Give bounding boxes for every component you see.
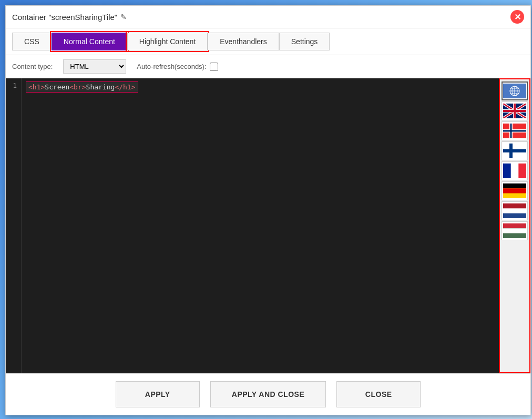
- code-line-1: <h1>Screen<br>Sharing</h1>: [26, 81, 138, 93]
- svg-rect-23: [503, 149, 526, 152]
- lang-btn-gb[interactable]: [502, 101, 528, 120]
- auto-refresh-checkbox[interactable]: [210, 63, 218, 71]
- lang-btn-nl[interactable]: [502, 201, 528, 220]
- content-type-bar: Content type: HTML Text Markdown Auto-re…: [6, 55, 530, 78]
- close-dialog-button[interactable]: ✕: [510, 10, 524, 24]
- lang-btn-fr[interactable]: [502, 161, 528, 180]
- footer-bar: APPLY APPLY AND CLOSE CLOSE: [6, 373, 530, 415]
- svg-rect-35: [503, 228, 526, 233]
- svg-rect-25: [503, 163, 511, 178]
- edit-icon[interactable]: ✎: [120, 13, 127, 21]
- tab-settings[interactable]: Settings: [279, 33, 330, 50]
- svg-rect-32: [503, 213, 526, 218]
- svg-rect-29: [503, 188, 526, 193]
- apply-button[interactable]: APPLY: [116, 381, 200, 407]
- svg-rect-20: [503, 130, 526, 132]
- apply-and-close-button[interactable]: APPLY AND CLOSE: [210, 381, 326, 407]
- lang-btn-hu[interactable]: [502, 221, 528, 240]
- lang-btn-fi[interactable]: [502, 141, 528, 160]
- code-tag-br: <br>: [69, 83, 86, 91]
- dialog-container: Container "screenSharingTile" ✎ ✕ CSS No…: [5, 5, 531, 415]
- tab-normal-content[interactable]: Normal Content: [52, 33, 127, 50]
- code-tag-h1-open: <h1>: [28, 83, 45, 91]
- lang-btn-de[interactable]: [502, 181, 528, 200]
- code-editor[interactable]: <h1>Screen<br>Sharing</h1>: [22, 78, 499, 373]
- dialog-title-text: Container "screenSharingTile": [12, 13, 117, 22]
- lang-btn-un[interactable]: [502, 81, 528, 100]
- dialog-title: Container "screenSharingTile" ✎: [12, 13, 127, 22]
- svg-rect-26: [518, 163, 526, 178]
- tab-highlight-content[interactable]: Highlight Content: [127, 33, 208, 50]
- tab-eventhandlers[interactable]: Eventhandlers: [208, 33, 279, 50]
- svg-rect-31: [503, 203, 526, 208]
- svg-rect-15: [503, 110, 526, 112]
- content-type-select[interactable]: HTML Text Markdown: [63, 59, 126, 74]
- editor-area: 1 <h1>Screen<br>Sharing</h1>: [6, 78, 530, 373]
- svg-rect-34: [503, 223, 526, 228]
- svg-rect-28: [503, 183, 526, 188]
- lang-btn-no[interactable]: [502, 121, 528, 140]
- line-numbers: 1: [6, 78, 22, 373]
- line-number-1: 1: [10, 81, 17, 89]
- tab-bar: CSS Normal Content Highlight Content Eve…: [6, 28, 530, 55]
- content-type-label: Content type:: [12, 63, 53, 70]
- tab-css[interactable]: CSS: [12, 33, 52, 50]
- code-text-sharing: Sharing: [86, 83, 115, 91]
- auto-refresh-label: Auto-refresh(seconds):: [137, 63, 218, 71]
- close-button[interactable]: CLOSE: [336, 381, 421, 407]
- language-panel: [499, 78, 530, 373]
- code-text-screen: Screen: [45, 83, 69, 91]
- code-tag-h1-close: </h1>: [115, 83, 135, 91]
- dialog-title-bar: Container "screenSharingTile" ✎ ✕: [6, 6, 530, 28]
